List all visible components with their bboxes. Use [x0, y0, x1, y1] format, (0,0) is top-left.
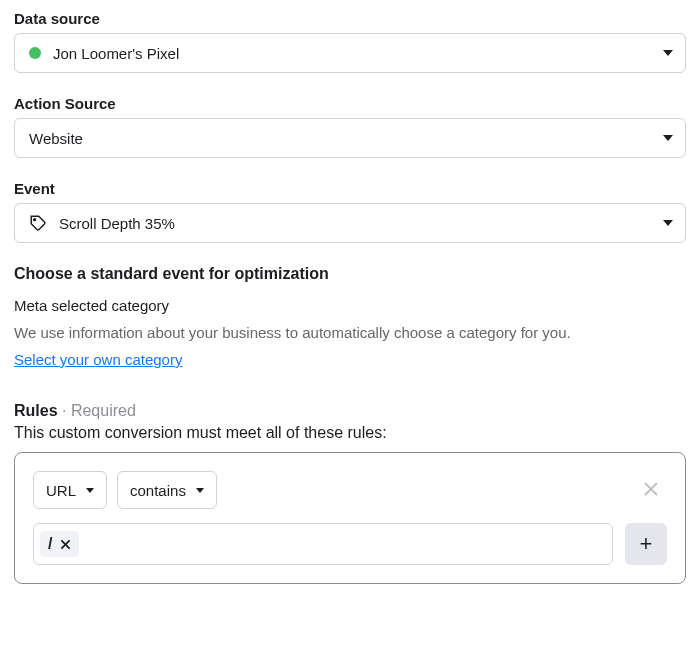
close-icon [643, 481, 659, 497]
action-source-value: Website [29, 130, 663, 147]
event-value: Scroll Depth 35% [59, 215, 663, 232]
close-icon [60, 539, 71, 550]
rule-operator-dropdown[interactable]: contains [117, 471, 217, 509]
data-source-value: Jon Loomer's Pixel [53, 45, 663, 62]
action-source-dropdown[interactable]: Website [14, 118, 686, 158]
chevron-down-icon [663, 220, 673, 226]
event-section: Event Scroll Depth 35% [14, 180, 686, 243]
svg-point-0 [34, 219, 36, 221]
token-text: / [48, 535, 52, 553]
status-dot-icon [29, 47, 41, 59]
event-dropdown[interactable]: Scroll Depth 35% [14, 203, 686, 243]
rule-field-dropdown[interactable]: URL [33, 471, 107, 509]
add-value-button[interactable]: + [625, 523, 667, 565]
remove-token-button[interactable] [60, 537, 71, 552]
action-source-label: Action Source [14, 95, 686, 112]
meta-category-label: Meta selected category [14, 297, 686, 314]
chevron-down-icon [196, 488, 204, 493]
rules-section: Rules · Required This custom conversion … [14, 402, 686, 584]
data-source-dropdown[interactable]: Jon Loomer's Pixel [14, 33, 686, 73]
rule-operator-value: contains [130, 482, 186, 499]
chevron-down-icon [86, 488, 94, 493]
rules-description: This custom conversion must meet all of … [14, 424, 686, 442]
rules-header: Rules · Required [14, 402, 686, 420]
rule-value-input[interactable]: / [33, 523, 613, 565]
optimization-heading: Choose a standard event for optimization [14, 265, 686, 283]
select-category-link[interactable]: Select your own category [14, 351, 182, 368]
tag-icon [29, 214, 47, 232]
action-source-section: Action Source Website [14, 95, 686, 158]
data-source-section: Data source Jon Loomer's Pixel [14, 10, 686, 73]
rules-required: · Required [58, 402, 136, 419]
optimization-help-text: We use information about your business t… [14, 324, 686, 341]
rule-value-row: / + [33, 523, 667, 565]
rule-field-value: URL [46, 482, 76, 499]
optimization-section: Choose a standard event for optimization… [14, 265, 686, 368]
rules-box: URL contains / [14, 452, 686, 584]
value-token: / [40, 531, 79, 557]
rule-condition-row: URL contains [33, 471, 667, 509]
chevron-down-icon [663, 135, 673, 141]
chevron-down-icon [663, 50, 673, 56]
data-source-label: Data source [14, 10, 686, 27]
rules-label: Rules [14, 402, 58, 419]
remove-rule-button[interactable] [635, 475, 667, 505]
event-label: Event [14, 180, 686, 197]
